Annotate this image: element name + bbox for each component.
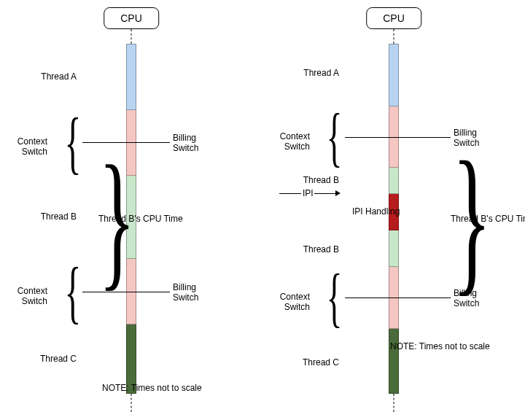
seg-thread-c [389,329,399,394]
seg-thread-a [389,44,399,106]
label-bcpu: Thread B's CPU Time [451,214,525,224]
diagram-right: CPU Thread A Thread B Thread B Thread C … [262,0,525,420]
label-thread-b: Thread B [33,211,77,222]
timeline-dash-bottom [131,394,132,412]
label-ctx-1: Context Switch [4,136,47,158]
timeline-dash-bottom [394,394,394,412]
diagram-left: CPU Thread A Thread B Thread C Context S… [0,0,262,420]
cpu-box: CPU [366,7,421,29]
seg-thread-a [126,44,136,110]
label-thread-b-1: Thread B [295,175,339,185]
timeline-dash-top [394,29,394,44]
label-thread-c: Thread C [33,354,77,364]
label-thread-a: Thread A [295,68,339,78]
line-billing-1 [345,137,451,138]
seg-thread-b-1 [389,168,399,193]
label-billing-2: Billing Switch [173,282,198,303]
note-scale: NOTE: Times not to scale [390,341,490,351]
ipi-arrow-head [335,190,341,196]
timeline-dash-top [131,29,132,44]
seg-thread-b-2 [389,230,399,267]
label-billing-1: Billing Switch [173,133,198,154]
line-billing-2 [345,298,451,298]
label-bcpu: Thread B's CPU Time [98,214,183,224]
label-thread-c: Thread C [295,357,339,368]
label-ipi-handling: IPI Handling [352,206,400,217]
label-thread-a: Thread A [33,71,77,82]
label-ipi: IPI [303,188,314,198]
label-thread-b-2: Thread B [295,244,339,254]
label-ctx-2: Context Switch [266,292,310,313]
note-scale: NOTE: Times not to scale [102,383,202,393]
ipi-arrow-right [314,193,336,194]
label-ctx-2: Context Switch [4,286,47,307]
ipi-arrow-left [279,193,301,194]
label-ctx-1: Context Switch [266,131,310,152]
cpu-box: CPU [104,7,159,29]
